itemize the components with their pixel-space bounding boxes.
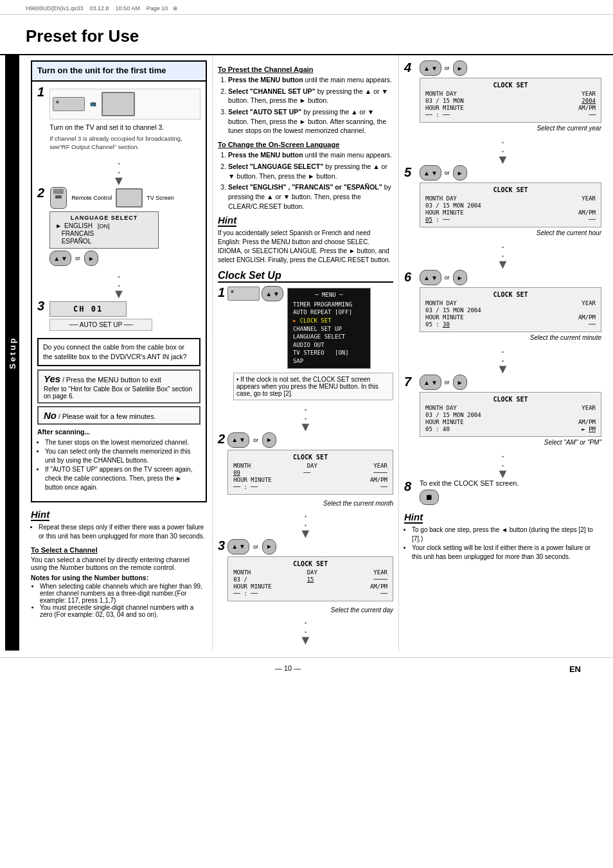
clock-step1-note: • If the clock is not set, the CLOCK SET… bbox=[233, 373, 393, 400]
clock6-lr[interactable]: ► bbox=[453, 270, 467, 285]
clock4-right[interactable]: ► bbox=[457, 65, 463, 72]
left-hint: Hint Repeat these steps only if either t… bbox=[31, 509, 207, 541]
clock2-down[interactable]: ▼ bbox=[239, 436, 245, 443]
clock2-up[interactable]: ▲ bbox=[231, 436, 238, 443]
preset-step-3: Select "AUTO SET UP" by pressing the ▲ o… bbox=[228, 107, 393, 136]
clock6-down[interactable]: ▼ bbox=[431, 274, 438, 281]
clock-step7-num: 7 bbox=[404, 375, 420, 389]
clock-setup-heading: Clock Set Up bbox=[218, 270, 393, 283]
clock-menu-display: ─ MENU ─ TIMER PROGRAMMING AUTO REPEAT [… bbox=[287, 288, 371, 368]
notes-heading: Notes for using the Number buttons: bbox=[31, 574, 207, 581]
right-column: 4 ▲ ▼ or ► CLOCK SET bbox=[398, 55, 607, 651]
menu-item-8: SAP bbox=[293, 357, 365, 366]
right-hint-title: Hint bbox=[404, 511, 423, 524]
clock6-ctrl[interactable]: ▲ ▼ bbox=[420, 270, 441, 285]
clock3-down[interactable]: ▼ bbox=[239, 543, 245, 550]
clock3-right[interactable]: ► bbox=[266, 543, 272, 550]
clock-step5-caption: Select the current hour bbox=[420, 229, 601, 236]
menu-down[interactable]: ▼ bbox=[273, 290, 280, 297]
menu-up[interactable]: ▲ bbox=[265, 290, 272, 297]
clock8-ctrl[interactable]: ⏹ bbox=[420, 490, 439, 505]
clock4-up[interactable]: ▲ bbox=[423, 65, 430, 72]
lang-row-3: ESPAÑOL bbox=[55, 238, 153, 245]
left-hint-bullet-1: Repeat these steps only if either there … bbox=[39, 523, 207, 541]
lang-on: [ON] bbox=[98, 223, 110, 229]
clock5-up[interactable]: ▲ bbox=[423, 170, 430, 177]
tv-screen-icon bbox=[116, 188, 143, 208]
clock7-ctrl[interactable]: ▲ ▼ bbox=[420, 375, 441, 390]
up-down-ctrl[interactable]: ▲ ▼ bbox=[49, 251, 71, 266]
clock5-down[interactable]: ▼ bbox=[431, 170, 438, 177]
page-number: — 10 — bbox=[275, 664, 301, 672]
left-hint-content: Repeat these steps only if either there … bbox=[31, 523, 207, 541]
clock8-btn[interactable]: ⏹ bbox=[425, 493, 433, 502]
clock3-up[interactable]: ▲ bbox=[231, 543, 238, 550]
clock5-right[interactable]: ► bbox=[457, 170, 463, 177]
or-label: or bbox=[75, 255, 80, 261]
arrow-2: ··▼ bbox=[37, 271, 200, 298]
clock-step8-text: To exit the CLOCK SET screen. bbox=[420, 479, 601, 487]
clock3-ctrl[interactable]: ▲ ▼ bbox=[227, 539, 249, 554]
clock6-right[interactable]: ► bbox=[457, 274, 463, 281]
clock4-down[interactable]: ▼ bbox=[431, 65, 438, 72]
clock4-ctrl[interactable]: ▲ ▼ bbox=[420, 60, 441, 76]
clock3-lr[interactable]: ► bbox=[262, 539, 276, 554]
page-footer: — 10 — EN bbox=[0, 657, 613, 678]
clock2-lr[interactable]: ► bbox=[262, 432, 276, 448]
down-btn[interactable]: ▼ bbox=[61, 255, 67, 262]
autosetup-text: AUTO SET UP bbox=[80, 321, 122, 328]
remote-icon bbox=[50, 187, 67, 209]
clock-set-display-5: CLOCK SET MONTH DAYYEAR 03 / 15 MON 2004… bbox=[420, 182, 601, 227]
lang-espanol: ESPAÑOL bbox=[62, 238, 92, 245]
ch01-display: CH 01 bbox=[49, 301, 127, 317]
page-title: Preset for Use bbox=[0, 15, 613, 55]
clock5-lr[interactable]: ► bbox=[453, 165, 467, 181]
step-1-block: 1 📺 Turn on the TV and set it to channel… bbox=[37, 85, 200, 153]
notes-bullet-2: You must precede single-digit channel nu… bbox=[40, 604, 207, 618]
after-bullet-2: You can select only the channels memoriz… bbox=[45, 447, 200, 465]
right-hint-bullet-1: To go back one step, press the ◄ button … bbox=[412, 526, 601, 544]
main-layout: Setup Turn on the unit for the first tim… bbox=[0, 55, 613, 651]
clock-step6-num: 6 bbox=[404, 270, 420, 285]
clock-step-6-block: 6 ▲ ▼ or ► CLOCK SET bbox=[404, 270, 601, 341]
clock7-right[interactable]: ► bbox=[457, 379, 463, 386]
yes-label: Yes bbox=[44, 373, 60, 384]
lr-ctrl[interactable]: ► bbox=[84, 251, 98, 266]
no-desc: Please wait for a few minutes. bbox=[62, 412, 156, 420]
clock7-up[interactable]: ▲ bbox=[423, 379, 430, 386]
clock2-ctrl[interactable]: ▲ ▼ bbox=[227, 432, 249, 448]
clock-step7-caption: Select "AM" or "PM" bbox=[420, 439, 601, 446]
right-btn[interactable]: ► bbox=[88, 255, 94, 262]
clock7-lr[interactable]: ► bbox=[453, 375, 467, 390]
yes-branch: Yes / Press the MENU button to exit Refe… bbox=[37, 369, 200, 403]
menu-item-3: ► CLOCK SET bbox=[293, 317, 365, 325]
no-label: No bbox=[44, 410, 57, 421]
clock-ctrl-1[interactable]: ▲ ▼ bbox=[262, 286, 283, 301]
clock4-lr[interactable]: ► bbox=[453, 60, 467, 76]
arrow-clock-1: ··▼ bbox=[218, 404, 393, 431]
menu-item-5: LANGUAGE SELECT bbox=[293, 333, 365, 341]
lang-step-2: Select "LANGUAGE SELECT" by pressing the… bbox=[228, 162, 393, 181]
after-bullet-1: The tuner stops on the lowest memorized … bbox=[45, 438, 200, 447]
clock7-down[interactable]: ▼ bbox=[431, 379, 438, 386]
step3-num: 3 bbox=[37, 299, 44, 312]
clock5-ctrl[interactable]: ▲ ▼ bbox=[420, 165, 441, 181]
autosetup-display: ── AUTO SET UP ── bbox=[49, 319, 152, 331]
step1-text: Turn on the TV and set it to channel 3. bbox=[49, 123, 200, 132]
middle-hint: Hint If you accidentally select Spanish … bbox=[218, 215, 393, 265]
after-scanning-label: After scanning... bbox=[37, 427, 200, 437]
up-btn[interactable]: ▲ bbox=[53, 255, 60, 262]
lang-francais: FRANCAIS bbox=[62, 230, 94, 237]
clock-step8-num: 8 bbox=[404, 479, 420, 494]
clock2-right[interactable]: ► bbox=[266, 436, 272, 443]
clock-step-3-block: 3 ▲ ▼ or ► CLO bbox=[218, 539, 393, 614]
preset-step-2: Select "CHANNEL SET UP" by pressing the … bbox=[228, 87, 393, 105]
clock6-up[interactable]: ▲ bbox=[423, 274, 430, 281]
clock-set-display-7: CLOCK SET MONTH DAYYEAR 03 / 15 MON 2004… bbox=[420, 392, 601, 437]
middle-hint-title: Hint bbox=[218, 215, 236, 227]
clock-step-1-block: 1 ▲ ▼ ─ MENU ─ TIME bbox=[218, 286, 393, 400]
clock-set-display-6: CLOCK SET MONTH DAYYEAR 03 / 15 MON 2004… bbox=[420, 287, 601, 332]
clock-step-4-block: 4 ▲ ▼ or ► CLOCK SET bbox=[404, 60, 601, 132]
after-scanning-list: The tuner stops on the lowest memorized … bbox=[45, 438, 200, 492]
left-column: Turn on the unit for the first time 1 📺 bbox=[26, 55, 212, 651]
